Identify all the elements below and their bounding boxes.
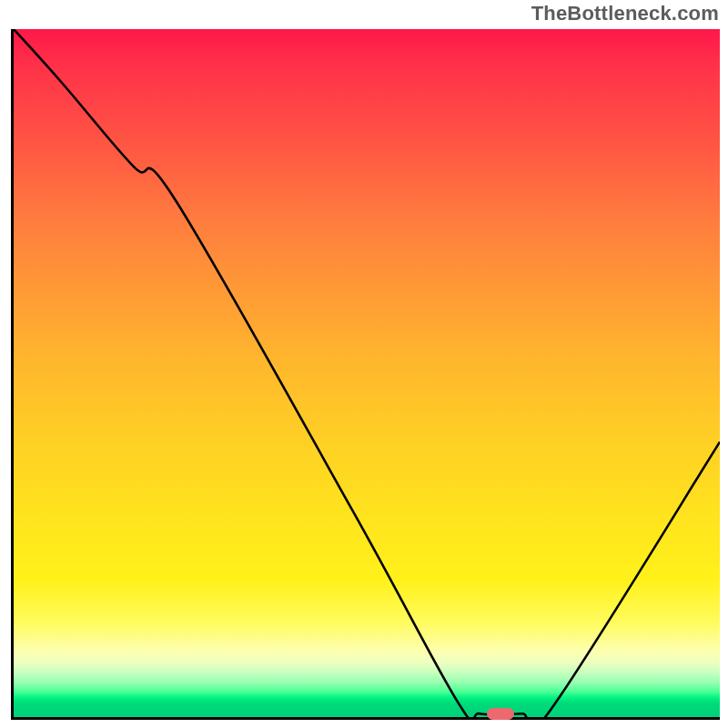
chart-container: TheBottleneck.com <box>0 0 728 728</box>
gradient-background <box>14 29 720 717</box>
optimal-marker <box>487 708 514 720</box>
attribution-text: TheBottleneck.com <box>531 2 719 25</box>
plot-area <box>11 29 720 720</box>
